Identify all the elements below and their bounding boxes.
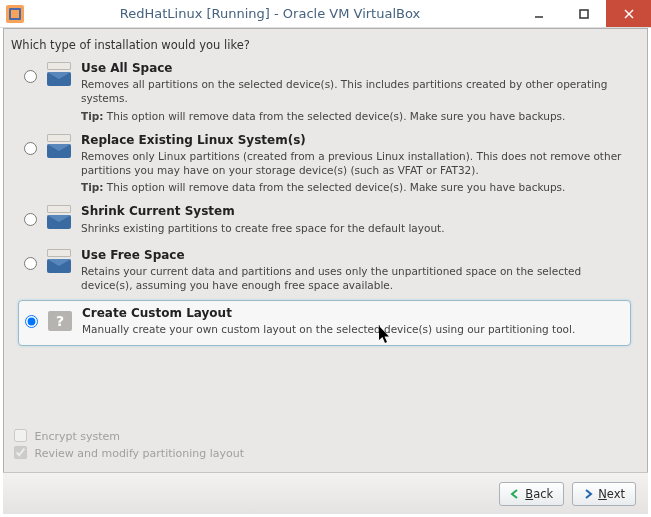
virtualbox-icon (6, 5, 24, 23)
install-type-options: Use All SpaceRemoves all partitions on t… (18, 56, 631, 346)
titlebar: RedHatLinux [Running] - Oracle VM Virtua… (0, 0, 651, 28)
install-option-radio[interactable] (24, 257, 37, 270)
next-button[interactable]: Next (572, 482, 636, 506)
install-option-0[interactable]: Use All SpaceRemoves all partitions on t… (18, 56, 631, 128)
option-tip: Tip: This option will remove data from t… (81, 109, 625, 123)
bottom-checkboxes: Encrypt system Review and modify partiti… (14, 429, 244, 462)
encrypt-system-checkbox: Encrypt system (14, 429, 244, 446)
review-layout-input (14, 446, 27, 459)
maximize-button[interactable] (561, 0, 606, 27)
window-title: RedHatLinux [Running] - Oracle VM Virtua… (24, 6, 516, 21)
install-option-1[interactable]: Replace Existing Linux System(s)Removes … (18, 128, 631, 200)
option-title: Shrink Current System (81, 203, 625, 219)
install-option-3[interactable]: Use Free SpaceRetains your current data … (18, 243, 631, 301)
install-option-radio[interactable] (24, 70, 37, 83)
minimize-button[interactable] (516, 0, 561, 27)
disk-icon (47, 249, 71, 273)
arrow-left-icon (510, 489, 520, 499)
window-buttons (516, 0, 651, 27)
back-button[interactable]: Back (499, 482, 564, 506)
install-option-4[interactable]: ?Create Custom LayoutManually create you… (18, 300, 631, 345)
option-title: Use Free Space (81, 247, 625, 263)
encrypt-system-input (14, 429, 27, 442)
svg-rect-1 (580, 10, 588, 18)
install-option-2[interactable]: Shrink Current SystemShrinks existing pa… (18, 199, 631, 242)
option-desc: Shrinks existing partitions to create fr… (81, 221, 625, 235)
installer-panel: Which type of installation would you lik… (3, 28, 648, 514)
disk-icon (47, 134, 71, 158)
option-title: Use All Space (81, 60, 625, 76)
option-desc: Removes all partitions on the selected d… (81, 77, 625, 105)
arrow-right-icon (583, 489, 593, 499)
option-title: Replace Existing Linux System(s) (81, 132, 625, 148)
install-option-radio[interactable] (24, 142, 37, 155)
install-option-radio[interactable] (24, 213, 37, 226)
close-button[interactable] (606, 0, 651, 27)
install-option-radio[interactable] (25, 315, 38, 328)
option-desc: Manually create your own custom layout o… (82, 322, 624, 336)
option-tip: Tip: This option will remove data from t… (81, 180, 625, 194)
option-desc: Retains your current data and partitions… (81, 264, 625, 292)
footer-bar: Back Next (3, 472, 648, 514)
disk-icon (47, 62, 71, 86)
disk-icon (47, 205, 71, 229)
question-icon: ? (48, 307, 72, 331)
review-layout-checkbox: Review and modify partitioning layout (14, 446, 244, 463)
option-desc: Removes only Linux partitions (created f… (81, 149, 625, 177)
option-title: Create Custom Layout (82, 305, 624, 321)
installer-question: Which type of installation would you lik… (11, 38, 250, 52)
